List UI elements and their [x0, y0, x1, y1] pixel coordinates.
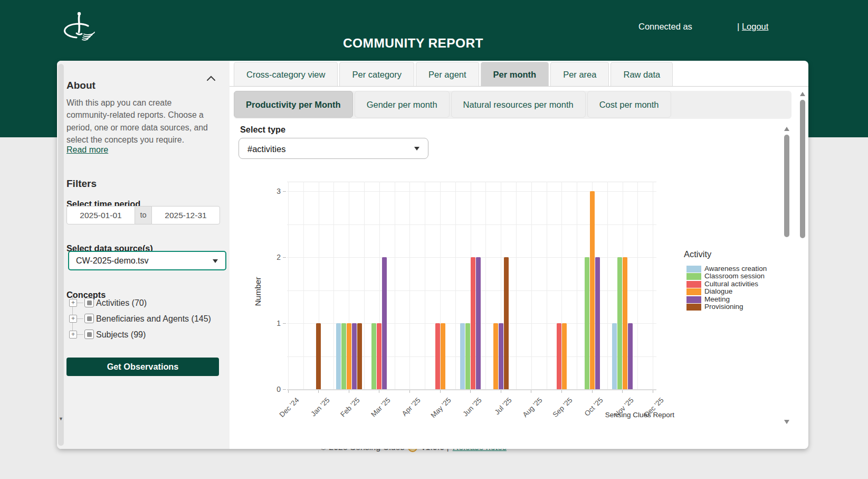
bar-cultural-activities: [557, 323, 561, 389]
sidebar-scroll-down-icon[interactable]: ▼: [58, 416, 64, 422]
read-more-link[interactable]: Read more: [66, 145, 108, 155]
card-scrollbar-thumb[interactable]: [800, 100, 805, 238]
gridline: [349, 182, 349, 389]
gridline: [395, 182, 395, 389]
concept-label[interactable]: Subjects (99): [96, 328, 146, 341]
subtab-cost-per-month[interactable]: Cost per month: [587, 91, 671, 118]
tree-expand-icon[interactable]: +: [69, 315, 77, 323]
concept-row: +Activities (70): [57, 295, 226, 311]
sidebar-scrollbar[interactable]: [58, 64, 64, 446]
bar-cultural-activities: [435, 323, 440, 389]
type-select[interactable]: #activities: [239, 138, 428, 159]
concept-row: +Subjects (99): [57, 327, 226, 343]
chart-scrollbar-thumb[interactable]: [784, 135, 789, 237]
gridline: [319, 182, 319, 389]
legend-label: Meeting: [704, 296, 730, 303]
date-to-input[interactable]: 2025-12-31: [151, 206, 220, 224]
report-card: ▼ About With this app you can create com…: [57, 61, 808, 449]
bar-meeting: [595, 257, 600, 389]
pipe-separator: |: [737, 22, 739, 31]
concept-checkbox[interactable]: [84, 298, 94, 307]
bar-dialogue: [623, 257, 627, 389]
bar-dialogue: [562, 323, 567, 389]
concept-label[interactable]: Activities (70): [96, 297, 147, 309]
get-observations-button[interactable]: Get Observations: [66, 358, 219, 376]
x-tick-label: Dec ’25: [618, 396, 665, 443]
x-tick: [653, 390, 653, 393]
bar-provisioning: [357, 323, 362, 389]
x-tick-label: Oct ’25: [558, 396, 604, 443]
gridline: [364, 182, 365, 389]
gridline: [287, 257, 656, 258]
x-tick: [288, 390, 289, 393]
gridline: [287, 290, 656, 291]
data-source-select[interactable]: CW-2025-demo.tsv: [68, 251, 226, 270]
x-axis-line: [287, 389, 656, 390]
x-tick: [622, 390, 623, 393]
x-tick-label: Jul ’25: [466, 396, 513, 443]
about-text: With this app you can create community-r…: [66, 97, 214, 146]
date-from-input[interactable]: 2025-01-01: [66, 206, 135, 224]
legend-swatch-meeting: [686, 296, 701, 303]
gridline: [531, 182, 532, 389]
about-heading: About: [66, 80, 96, 91]
select-type-label: Select type: [240, 125, 285, 135]
tab-per-agent[interactable]: Per agent: [416, 62, 479, 86]
concept-label[interactable]: Beneficiaries and Agents (145): [96, 313, 211, 325]
tab-per-area[interactable]: Per area: [550, 62, 609, 86]
subtab-natural-resources-per-month[interactable]: Natural resources per month: [451, 91, 586, 118]
gridline: [485, 182, 486, 389]
gridline: [637, 182, 638, 389]
x-tick: [349, 390, 349, 393]
chevron-down-icon: [414, 147, 419, 151]
x-tick: [501, 390, 501, 393]
bar-classroom-session: [465, 323, 470, 389]
x-tick: [409, 390, 410, 393]
gridline: [607, 182, 608, 389]
x-tick-label: Dec ’24: [254, 396, 300, 443]
logout-link[interactable]: Logout: [742, 22, 768, 31]
gridline: [303, 182, 304, 389]
subtab-productivity-per-month[interactable]: Productivity per Month: [234, 91, 353, 118]
gridline: [287, 356, 656, 357]
bar-classroom-session: [341, 323, 346, 389]
tree-connector-stub: [77, 334, 83, 335]
concepts-tree: +Activities (70)+Beneficiaries and Agent…: [57, 295, 226, 344]
x-tick-label: Jun ’25: [436, 396, 483, 443]
legend-label: Dialogue: [704, 288, 732, 295]
concept-checkbox[interactable]: [84, 330, 94, 339]
gridline: [287, 191, 656, 192]
gridline: [501, 182, 501, 389]
x-tick: [531, 390, 531, 393]
chart-scroll-up-icon[interactable]: [784, 126, 790, 132]
bar-meeting: [476, 257, 481, 389]
tab-cross-category-view[interactable]: Cross-category view: [234, 62, 338, 86]
chart-scroll-down-icon[interactable]: [784, 419, 790, 425]
subtab-gender-per-month[interactable]: Gender per month: [355, 91, 450, 118]
gridline: [440, 182, 441, 389]
tab-per-category[interactable]: Per category: [339, 62, 414, 86]
x-tick-label: Feb ’25: [314, 396, 361, 443]
tree-expand-icon[interactable]: +: [69, 331, 77, 339]
tab-per-month[interactable]: Per month: [481, 62, 549, 86]
card-scroll-up-icon[interactable]: [799, 91, 806, 97]
gridline: [471, 182, 471, 389]
x-tick: [379, 390, 379, 393]
gridline: [287, 182, 656, 182]
date-separator: to: [135, 206, 151, 224]
bar-dialogue: [493, 323, 498, 389]
x-tick-label: Nov ’25: [588, 396, 635, 443]
tab-raw-data[interactable]: Raw data: [611, 62, 673, 86]
gridline: [287, 323, 656, 324]
chevron-up-icon[interactable]: [206, 74, 216, 81]
tree-connector-stub: [77, 303, 83, 303]
bar-provisioning: [504, 257, 509, 389]
tree-expand-icon[interactable]: +: [69, 299, 77, 307]
legend-label: Provisioning: [704, 303, 743, 311]
y-tick: [283, 323, 286, 324]
gridline: [288, 182, 289, 389]
x-tick-label: Sep ’25: [528, 396, 574, 443]
gridline: [592, 182, 593, 389]
gridline: [547, 182, 547, 389]
concept-checkbox[interactable]: [84, 314, 94, 323]
